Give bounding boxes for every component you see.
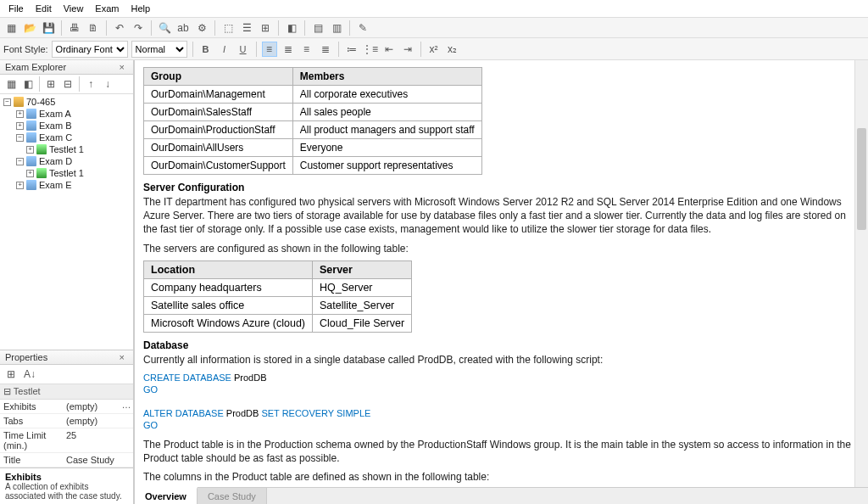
close-icon[interactable]: × bbox=[116, 352, 128, 362]
table-row: OurDomain\ProductionStaffAll product man… bbox=[144, 121, 482, 139]
az-icon[interactable]: A↓ bbox=[22, 367, 37, 382]
align-justify-icon[interactable]: ≣ bbox=[318, 42, 333, 57]
find-icon[interactable]: 🔍 bbox=[157, 20, 172, 36]
undo-icon[interactable]: ↶ bbox=[112, 20, 127, 36]
bold-icon[interactable]: B bbox=[198, 42, 214, 57]
tree-item[interactable]: +Exam A bbox=[3, 108, 130, 120]
new-icon[interactable]: ▦ bbox=[3, 20, 19, 36]
format-toolbar: Font Style: Ordinary Font Normal B I U ≡… bbox=[0, 38, 868, 60]
props-row[interactable]: Time Limit (min.)25 bbox=[0, 428, 133, 453]
props-row[interactable]: Tabs(empty) bbox=[0, 414, 133, 428]
props-row[interactable]: Exhibits(empty)… bbox=[0, 400, 133, 414]
print-icon[interactable]: 🖶 bbox=[67, 20, 82, 36]
section-heading: Database bbox=[143, 339, 860, 351]
redo-icon[interactable]: ↷ bbox=[131, 20, 146, 36]
table-row: OurDomain\ManagementAll corporate execut… bbox=[144, 86, 482, 104]
indent-icon[interactable]: ⇥ bbox=[400, 42, 415, 57]
tool8-icon[interactable]: ✎ bbox=[355, 20, 370, 36]
paragraph: The IT department has configured two phy… bbox=[143, 195, 860, 237]
separator bbox=[420, 42, 421, 57]
align-center-icon[interactable]: ≣ bbox=[281, 42, 296, 57]
italic-icon[interactable]: I bbox=[217, 42, 232, 57]
tree-root[interactable]: −70-465 bbox=[3, 96, 130, 108]
content-area: GroupMembers OurDomain\ManagementAll cor… bbox=[134, 60, 868, 504]
sup-icon[interactable]: x² bbox=[426, 42, 442, 57]
group-table: GroupMembers OurDomain\ManagementAll cor… bbox=[143, 67, 482, 175]
separator bbox=[278, 20, 279, 36]
explorer-toolbar: ▦ ◧ ⊞ ⊟ ↑ ↓ bbox=[0, 75, 133, 94]
separator bbox=[39, 76, 40, 92]
menu-exam[interactable]: Exam bbox=[90, 2, 124, 15]
close-icon[interactable]: × bbox=[116, 62, 128, 72]
explorer-tool-icon[interactable]: ◧ bbox=[20, 76, 36, 92]
tree-item[interactable]: −Exam D bbox=[3, 155, 130, 167]
explorer-title: Exam Explorer bbox=[5, 62, 66, 72]
explorer-header: Exam Explorer × bbox=[0, 60, 133, 75]
tool-icon[interactable]: ⚙ bbox=[194, 20, 209, 36]
menu-edit[interactable]: Edit bbox=[31, 2, 57, 15]
props-category[interactable]: ⊟ Testlet bbox=[0, 384, 133, 400]
align-left-icon[interactable]: ≡ bbox=[262, 42, 277, 57]
explorer-tool-icon[interactable]: ▦ bbox=[3, 76, 19, 92]
table-row: Satellite sales officeSatellite_Server bbox=[144, 296, 412, 314]
tree-item[interactable]: +Exam E bbox=[3, 179, 130, 191]
exam-icon bbox=[26, 180, 36, 190]
explorer-tool-icon[interactable]: ⊟ bbox=[60, 76, 75, 92]
explorer-tool-icon[interactable]: ⊞ bbox=[43, 76, 58, 92]
underline-icon[interactable]: U bbox=[236, 42, 251, 57]
replace-icon[interactable]: ab bbox=[175, 20, 191, 36]
exam-icon bbox=[26, 109, 36, 119]
tool7-icon[interactable]: ▥ bbox=[329, 20, 344, 36]
scrollbar[interactable] bbox=[854, 60, 868, 487]
separator bbox=[151, 20, 152, 36]
tree-item[interactable]: +Exam B bbox=[3, 120, 130, 132]
tool6-icon[interactable]: ▤ bbox=[310, 20, 326, 36]
table-row: Company headquartersHQ_Server bbox=[144, 278, 412, 296]
scroll-thumb[interactable] bbox=[857, 128, 866, 230]
section-heading: Server Configuration bbox=[143, 182, 860, 193]
table-row: Microsoft Windows Azure (cloud)Cloud_Fil… bbox=[144, 314, 412, 332]
tab-case-study[interactable]: Case Study bbox=[198, 488, 267, 504]
tool4-icon[interactable]: ⊞ bbox=[258, 20, 273, 36]
menu-help[interactable]: Help bbox=[125, 2, 155, 15]
tool3-icon[interactable]: ☰ bbox=[239, 20, 254, 36]
separator bbox=[349, 20, 350, 36]
separator bbox=[338, 42, 339, 57]
separator bbox=[304, 20, 305, 36]
open-icon[interactable]: 📂 bbox=[22, 20, 37, 36]
para-style-select[interactable]: Normal bbox=[131, 41, 187, 58]
save-icon[interactable]: 💾 bbox=[41, 20, 56, 36]
tab-overview[interactable]: Overview bbox=[135, 487, 198, 504]
font-style-label: Font Style: bbox=[3, 44, 48, 54]
numlist-icon[interactable]: ≔ bbox=[344, 42, 359, 57]
props-row[interactable]: TitleCase Study bbox=[0, 453, 133, 468]
down-icon[interactable]: ↓ bbox=[100, 76, 115, 92]
font-style-select[interactable]: Ordinary Font bbox=[52, 41, 128, 58]
separator bbox=[192, 42, 193, 57]
tool5-icon[interactable]: ◧ bbox=[284, 20, 299, 36]
preview-icon[interactable]: 🗎 bbox=[86, 20, 101, 36]
table-row: OurDomain\AllUsersEveryone bbox=[144, 139, 482, 157]
menu-file[interactable]: File bbox=[3, 2, 29, 15]
outdent-icon[interactable]: ⇤ bbox=[381, 42, 397, 57]
ellipsis-button[interactable]: … bbox=[120, 400, 133, 413]
folder-icon bbox=[14, 97, 24, 107]
tool2-icon[interactable]: ⬚ bbox=[220, 20, 236, 36]
sub-icon[interactable]: x₂ bbox=[445, 42, 460, 57]
menu-view[interactable]: View bbox=[58, 2, 89, 15]
up-icon[interactable]: ↑ bbox=[83, 76, 98, 92]
cat-icon[interactable]: ⊞ bbox=[3, 367, 19, 382]
tree-item[interactable]: −Exam C bbox=[3, 132, 130, 143]
bullist-icon[interactable]: ⋮≡ bbox=[363, 42, 378, 57]
testlet-icon bbox=[36, 144, 47, 154]
server-table: LocationServer Company headquartersHQ_Se… bbox=[143, 260, 412, 333]
bottom-tabs: Overview Case Study bbox=[135, 487, 868, 504]
tree-item[interactable]: +Testlet 1 bbox=[3, 143, 130, 155]
main-toolbar: ▦ 📂 💾 🖶 🗎 ↶ ↷ 🔍 ab ⚙ ⬚ ☰ ⊞ ◧ ▤ ▥ ✎ bbox=[0, 18, 868, 38]
properties-title: Properties bbox=[5, 352, 47, 362]
align-right-icon[interactable]: ≡ bbox=[299, 42, 314, 57]
menubar: File Edit View Exam Help bbox=[0, 0, 868, 18]
exam-icon bbox=[26, 120, 36, 131]
tree-item[interactable]: +Testlet 1 bbox=[3, 167, 130, 179]
exhibits-panel: Exhibits A collection of exhibits associ… bbox=[0, 468, 133, 504]
